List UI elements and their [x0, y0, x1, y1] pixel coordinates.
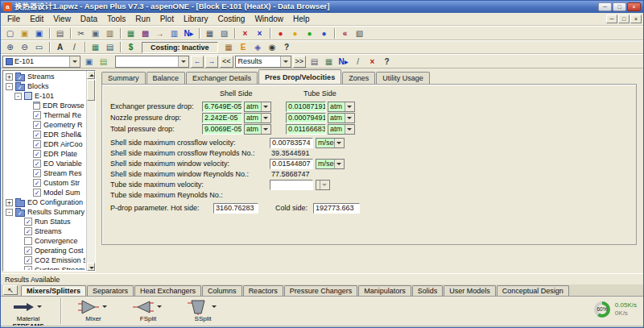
previous-form-button[interactable]: <<: [220, 56, 233, 68]
cut-button[interactable]: ✂: [74, 27, 88, 39]
palette-tab-mixers-splitters[interactable]: Mixers/Splitters: [21, 285, 86, 296]
results-selector[interactable]: Results: [235, 56, 291, 68]
tree-item-convergence[interactable]: Convergence: [4, 236, 85, 246]
copy-button[interactable]: ▣: [89, 27, 102, 39]
tree-item-geometry-r[interactable]: ✓Geometry R: [4, 120, 85, 130]
menu-tools[interactable]: Tools: [102, 14, 130, 24]
minimize-button[interactable]: ─: [598, 2, 612, 11]
economics-button[interactable]: ▦: [222, 41, 236, 53]
unit-select[interactable]: m/sec: [316, 159, 345, 169]
tube-unit-select[interactable]: atm: [328, 113, 355, 123]
tree-expander-icon[interactable]: -: [6, 209, 13, 216]
palette-tab-manipulators[interactable]: Manipulators: [358, 285, 411, 296]
tree-item-results-summary[interactable]: -✓Results Summary: [4, 207, 85, 217]
stop-button[interactable]: ●: [274, 27, 287, 39]
tree-expander-icon[interactable]: +: [6, 199, 13, 206]
shell-unit-select[interactable]: atm: [244, 113, 271, 123]
data-browser-button[interactable]: ▥: [167, 27, 181, 39]
tube-value-field[interactable]: 0.01087191: [286, 102, 326, 112]
tree-item-e-101[interactable]: -E-101: [4, 91, 85, 101]
fsplit-tool[interactable]: FSplit: [126, 298, 171, 322]
menu-costing[interactable]: Costing: [213, 14, 250, 24]
hold-button[interactable]: ●: [288, 27, 302, 39]
tree-item-edr-browse[interactable]: EDR Browse: [4, 101, 85, 110]
next-input-button[interactable]: N▸: [336, 56, 350, 68]
menu-run[interactable]: Run: [130, 14, 155, 24]
zoom-out-button[interactable]: ⊖: [18, 41, 31, 53]
mixer-tool[interactable]: Mixer: [71, 298, 116, 322]
help-button[interactable]: ?: [280, 41, 294, 53]
tube-value-field[interactable]: 0.00079491: [286, 113, 326, 123]
plot-button[interactable]: ▨: [217, 27, 231, 39]
block-selector[interactable]: E-101: [2, 56, 80, 68]
control-panel-button[interactable]: ▧: [353, 27, 366, 39]
shell-value-field[interactable]: 9.0069E-05: [202, 124, 242, 135]
tube-unit-select[interactable]: atm: [328, 102, 355, 112]
tree-item-stream-res[interactable]: ✓Stream Res: [4, 168, 85, 178]
save-button[interactable]: ▣: [32, 27, 46, 39]
palette-tab-user-models[interactable]: User Models: [444, 285, 496, 296]
shell-value-field[interactable]: 6.7649E-05: [202, 102, 242, 112]
paste-button[interactable]: ▥: [103, 27, 117, 39]
shell-unit-select[interactable]: atm: [244, 102, 271, 112]
menu-data[interactable]: Data: [76, 14, 102, 24]
palette-tab-solids[interactable]: Solids: [412, 285, 444, 296]
select-mode-button[interactable]: ↖: [3, 285, 18, 295]
stream-table-button[interactable]: ▤: [103, 41, 117, 53]
help-button[interactable]: ?: [380, 56, 394, 68]
tree-item-streams[interactable]: ✓Streams: [4, 226, 85, 236]
tree-item-custom-str[interactable]: ✓Custom Str: [4, 178, 85, 188]
menu-view[interactable]: View: [48, 14, 76, 24]
reinitialize-button[interactable]: «: [338, 27, 352, 39]
open-button[interactable]: ▣: [18, 27, 31, 39]
menu-window[interactable]: Window: [250, 14, 288, 24]
tree-item-eo-variable[interactable]: ✓EO Variable: [4, 159, 85, 168]
close-button[interactable]: ×: [627, 2, 641, 11]
tree-item-custom-stream[interactable]: ✓Custom Stream: [4, 265, 85, 270]
scroll-down-icon[interactable]: [87, 263, 95, 271]
table-button[interactable]: ▦: [203, 27, 217, 39]
tab-summary[interactable]: Summary: [101, 72, 146, 84]
step-button[interactable]: ●: [317, 27, 331, 39]
tree-expander-icon[interactable]: -: [6, 83, 13, 90]
tab-balance[interactable]: Balance: [147, 72, 186, 84]
mdi-restore-button[interactable]: □: [618, 15, 630, 23]
tree-item-model-sum[interactable]: ✓Model Sum: [4, 188, 85, 197]
modify-button[interactable]: /: [351, 56, 365, 68]
tree-item-edr-aircoo[interactable]: ✓EDR AirCoo: [4, 139, 85, 149]
path-selector[interactable]: [115, 56, 189, 68]
comments-button[interactable]: ▤: [308, 56, 321, 68]
flowsheet-window-button[interactable]: ▦: [124, 27, 138, 39]
palette-tab-separators[interactable]: Separators: [87, 285, 134, 296]
scrollbar-thumb[interactable]: [87, 80, 95, 101]
mdi-close-button[interactable]: ×: [630, 15, 642, 23]
tree-item-edr-plate[interactable]: ✓EDR Plate: [4, 149, 85, 159]
tree-expander-icon[interactable]: -: [14, 93, 22, 100]
palette-tab-conceptual-design[interactable]: Conceptual Design: [497, 285, 569, 296]
menu-help[interactable]: Help: [288, 14, 315, 24]
tab-pres-drop-velocities[interactable]: Pres Drop/Velocities: [258, 69, 341, 84]
tree-item-run-status[interactable]: ✓Run Status: [4, 217, 85, 226]
mdi-minimize-button[interactable]: ─: [606, 15, 617, 23]
delete-button[interactable]: ×: [365, 56, 379, 68]
palette-tab-heat-exchangers[interactable]: Heat Exchangers: [134, 285, 201, 296]
tree-scrollbar[interactable]: [86, 71, 95, 271]
stream-button[interactable]: →: [153, 27, 167, 39]
run-button[interactable]: ●: [303, 27, 316, 39]
tube-unit-select[interactable]: atm: [328, 124, 355, 135]
tab-exchanger-details[interactable]: Exchanger Details: [186, 72, 258, 84]
next-form-button[interactable]: >>: [293, 56, 307, 68]
forward-button[interactable]: →: [205, 56, 218, 68]
tree-item-co2-emission-s[interactable]: ✓CO2 Emission S: [4, 255, 85, 265]
zoom-in-button[interactable]: ⊕: [3, 41, 17, 53]
search-button[interactable]: ◉: [266, 41, 279, 53]
tree-item-edr-shell[interactable]: ✓EDR Shell&: [4, 130, 85, 139]
menu-plot[interactable]: Plot: [155, 14, 179, 24]
scroll-up-icon[interactable]: [87, 71, 95, 79]
back-button[interactable]: ←: [191, 56, 204, 68]
print-button[interactable]: ▤: [53, 27, 67, 39]
zoom-full-button[interactable]: ▭: [32, 41, 46, 53]
new-button[interactable]: ▢: [3, 27, 17, 39]
palette-tab-columns[interactable]: Columns: [202, 285, 242, 296]
tree-item-eo-configuration[interactable]: +EO Configuration: [4, 197, 85, 207]
